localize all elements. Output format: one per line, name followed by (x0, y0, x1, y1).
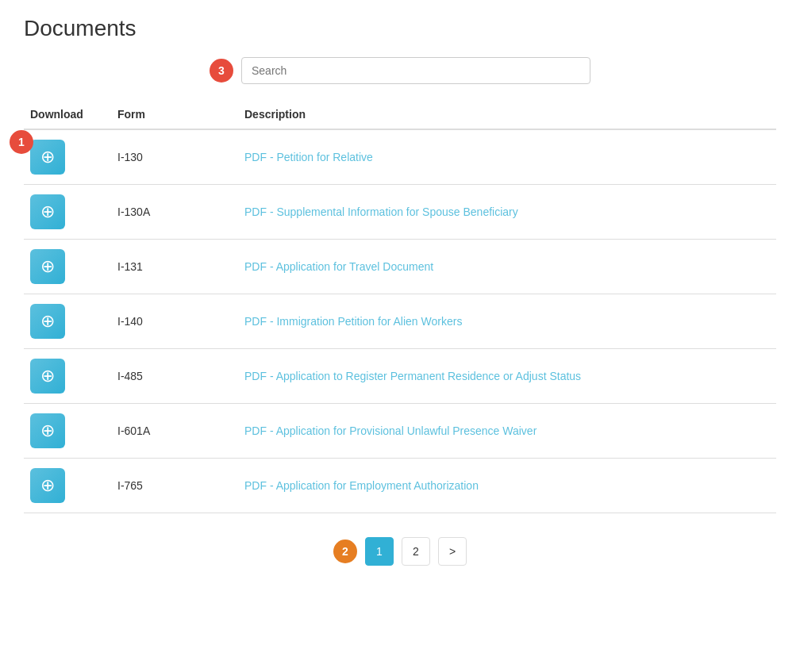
download-cell: ⊕ (24, 459, 111, 513)
page-1-button[interactable]: 1 (365, 537, 394, 566)
download-button-i-601a[interactable]: ⊕ (30, 413, 65, 448)
page-title: Documents (24, 16, 776, 41)
search-row: 3 (24, 57, 776, 84)
download-cell: ⊕ (24, 185, 111, 240)
download-button-i-140[interactable]: ⊕ (30, 304, 65, 339)
pagination-row: 2 1 2 > (24, 537, 776, 566)
download-cell: ⊕ (24, 240, 111, 294)
form-name-cell: I-130 (111, 129, 238, 185)
table-row: ⊕I-601APDF - Application for Provisional… (24, 404, 776, 459)
download-button-i-765[interactable]: ⊕ (30, 468, 65, 503)
table-header-row: Download Form Description (24, 100, 776, 129)
table-row: ⊕I-130PDF - Petition for Relative (24, 129, 776, 185)
description-cell: PDF - Application for Employment Authori… (238, 459, 776, 513)
download-cell: ⊕ (24, 294, 111, 349)
col-header-form: Form (111, 100, 238, 129)
search-badge: 3 (210, 59, 233, 83)
description-cell: PDF - Petition for Relative (238, 129, 776, 185)
documents-table: Download Form Description ⊕I-130PDF - Pe… (24, 100, 776, 513)
form-name-cell: I-131 (111, 240, 238, 294)
form-name-cell: I-485 (111, 349, 238, 404)
table-row: ⊕I-131PDF - Application for Travel Docum… (24, 240, 776, 294)
form-name-cell: I-130A (111, 185, 238, 240)
download-cell: ⊕ (24, 129, 111, 185)
download-button-i-485[interactable]: ⊕ (30, 359, 65, 394)
table-row: ⊕I-130APDF - Supplemental Information fo… (24, 185, 776, 240)
download-button-i-131[interactable]: ⊕ (30, 249, 65, 284)
table-row: ⊕I-485PDF - Application to Register Perm… (24, 349, 776, 404)
form-name-cell: I-601A (111, 404, 238, 459)
documents-table-container: 1 Download Form Description ⊕I-130PDF - … (24, 100, 776, 513)
description-cell: PDF - Application for Travel Document (238, 240, 776, 294)
description-cell: PDF - Supplemental Information for Spous… (238, 185, 776, 240)
download-cell: ⊕ (24, 404, 111, 459)
description-cell: PDF - Immigration Petition for Alien Wor… (238, 294, 776, 349)
col-header-description: Description (238, 100, 776, 129)
download-column-badge: 1 (10, 130, 33, 154)
description-cell: PDF - Application for Provisional Unlawf… (238, 404, 776, 459)
download-button-i-130[interactable]: ⊕ (30, 140, 65, 175)
col-header-download: Download (24, 100, 111, 129)
form-name-cell: I-765 (111, 459, 238, 513)
page-2-button[interactable]: 2 (402, 537, 430, 566)
form-name-cell: I-140 (111, 294, 238, 349)
pagination-badge: 2 (333, 540, 357, 563)
table-row: ⊕I-140PDF - Immigration Petition for Ali… (24, 294, 776, 349)
search-input[interactable] (241, 57, 590, 84)
table-row: ⊕I-765PDF - Application for Employment A… (24, 459, 776, 513)
download-cell: ⊕ (24, 349, 111, 404)
description-cell: PDF - Application to Register Permanent … (238, 349, 776, 404)
page-next-button[interactable]: > (438, 537, 467, 566)
download-button-i-130a[interactable]: ⊕ (30, 194, 65, 229)
